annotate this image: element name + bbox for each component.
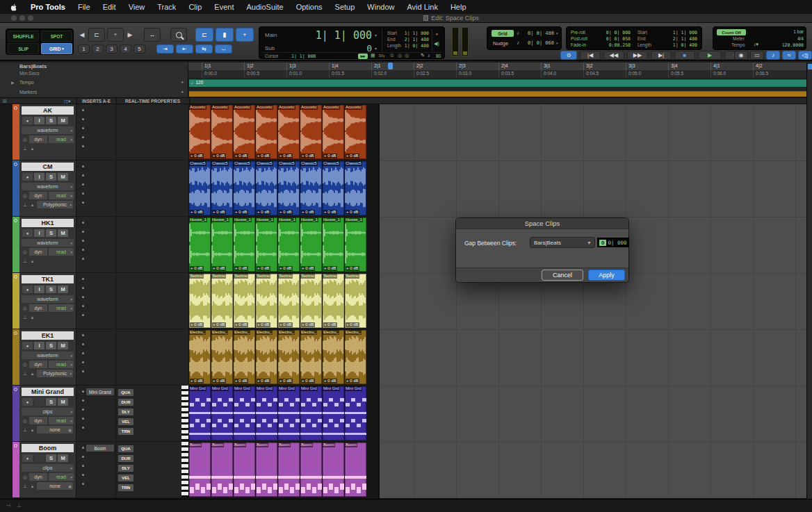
solo-button[interactable]: S [46, 454, 56, 462]
input-monitor-button[interactable]: I [34, 117, 44, 124]
dyn-selector[interactable]: dyn [29, 192, 47, 199]
clip-gain-label[interactable]: + 0 dB [257, 210, 270, 215]
clip-hk1-7[interactable]: House_1+ 0 dB [323, 217, 344, 272]
track-name[interactable]: TK1 [22, 275, 74, 283]
clip-tk1-8[interactable]: Techno+ 0 dB [345, 274, 366, 328]
clip-gain-label[interactable]: + 0 dB [346, 154, 359, 158]
selector-tool-button[interactable]: ▮ [216, 28, 234, 42]
automation-mode-selector[interactable]: read▾ [49, 304, 74, 312]
menu-avid-link[interactable]: Avid Link [407, 3, 437, 11]
grid-mode-button[interactable]: GRID▾ [41, 43, 72, 54]
track-name[interactable]: HK1 [22, 219, 74, 227]
insert-slot[interactable] [82, 474, 84, 476]
insert-slot[interactable] [82, 249, 84, 251]
clip-boom-7[interactable]: Boom [323, 443, 344, 497]
clip-ak-8[interactable]: Acoustic+ 0 dB [345, 105, 366, 159]
insert-slot[interactable] [82, 361, 84, 363]
insert-slot[interactable] [82, 296, 84, 298]
online-button[interactable]: ⊙ [560, 51, 577, 60]
rewind-button[interactable]: ◀◀ [603, 51, 624, 60]
tempo-value[interactable]: 120.0000 [772, 42, 804, 48]
input-monitor-button[interactable]: I [34, 342, 44, 349]
midi-input-button[interactable]: ♪ [766, 51, 780, 60]
clip-gain-label[interactable]: + 0 dB [279, 154, 293, 158]
track-view-selector[interactable]: waveform▾ [22, 295, 74, 303]
automation-mode-selector[interactable]: read▾ [49, 248, 74, 256]
clip-mini-grand-5[interactable]: Mini Grd [278, 386, 300, 440]
tempo-ruler-label[interactable]: Tempo [19, 80, 34, 85]
tempo-disclosure-icon[interactable]: ▶ [11, 80, 15, 85]
clip-gain-label[interactable]: + 0 dB [190, 210, 204, 215]
clip-mini-grand-8[interactable]: Mini Grd [345, 386, 366, 440]
input-monitor-button[interactable]: I [34, 286, 44, 293]
tab-to-transient-button[interactable]: ⇥ [156, 44, 174, 53]
menu-options[interactable]: Options [296, 3, 323, 11]
track-name[interactable]: EK1 [22, 331, 74, 340]
zoom-preset-2-button[interactable]: 2 [92, 44, 104, 53]
tempo-flag[interactable]: ♩120 [191, 80, 203, 85]
rtp-dly-button[interactable]: DLY [118, 465, 133, 472]
insert-slot[interactable] [82, 201, 84, 204]
link-timeline-edit-selection-button[interactable]: ⇆ [195, 44, 213, 53]
menu-window[interactable]: Window [367, 3, 394, 11]
solo-button[interactable]: S [46, 229, 56, 237]
solo-button[interactable]: S [46, 286, 56, 293]
clip-ak-1[interactable]: Acoustic+ 0 dB [189, 105, 211, 159]
input-monitor-button[interactable]: I [34, 173, 44, 181]
rtp-vel-button[interactable]: VEL [118, 418, 133, 425]
fade-in-label[interactable]: Fade-in [571, 42, 586, 47]
go-to-end-button[interactable]: ▶| [651, 51, 672, 60]
solo-button[interactable]: S [46, 342, 56, 349]
insert-slot[interactable] [82, 418, 84, 420]
clip-ak-6[interactable]: Acoustic+ 0 dB [300, 105, 322, 159]
clip-gain-label[interactable]: + 0 dB [346, 266, 359, 271]
clip-gain-label[interactable]: + 0 dB [301, 154, 315, 158]
insert-slot[interactable] [82, 136, 84, 138]
grid-value-label[interactable]: Grid [492, 30, 514, 37]
zoom-window-button[interactable] [28, 15, 33, 21]
track-view-selector[interactable]: waveform▾ [22, 239, 74, 247]
link-track-selection-button[interactable]: ↔ [215, 44, 232, 53]
sub-counter-dropdown-icon[interactable]: ▾ [375, 46, 377, 51]
track-name[interactable]: Boom [22, 444, 74, 452]
clip-ek1-4[interactable]: Electro_+ 0 dB [256, 330, 277, 384]
insert-slot[interactable] [82, 314, 84, 316]
spot-mode-button[interactable]: SPOT [41, 31, 72, 42]
elastic-plugin-selector[interactable]: none▣ [37, 482, 73, 490]
insert-slot[interactable] [82, 427, 84, 429]
clip-cm-5[interactable]: Classic5+ 0 dB [278, 161, 300, 215]
note-small-icon[interactable]: ♪ [428, 53, 430, 58]
clip-tk1-2[interactable]: Techno+ 0 dB [211, 274, 233, 328]
clip-boom-8[interactable]: Boom [345, 443, 366, 497]
elastic-audio-icon[interactable]: ⊥ [22, 315, 28, 320]
insert-slot[interactable] [82, 390, 84, 393]
main-counter-value[interactable]: 1| 1| 000 [287, 29, 372, 42]
record-enable-button[interactable]: ● [22, 398, 33, 406]
sel-end-value[interactable]: 2| 1| 480 [389, 37, 429, 42]
clip-ak-2[interactable]: Acoustic+ 0 dB [211, 105, 233, 159]
tempo-ruler[interactable]: ♩120 [188, 78, 806, 88]
track-color-strip[interactable] [13, 160, 19, 216]
count-off-label[interactable]: Count Off [717, 29, 746, 35]
clip-cm-2[interactable]: Classic5+ 0 dB [211, 161, 233, 215]
insert-slot[interactable] [82, 258, 84, 260]
post-roll-label[interactable]: Post-roll [571, 36, 587, 41]
clip-gain-label[interactable]: + 0 dB [323, 266, 337, 271]
clip-gain-label[interactable]: + 0 dB [234, 210, 248, 215]
zoom-preset-5-button[interactable]: 5 [133, 44, 145, 53]
clip-hk1-2[interactable]: House_1+ 0 dB [211, 217, 233, 272]
menu-edit[interactable]: Edit [103, 3, 116, 11]
scrollbar-thumb[interactable] [808, 64, 812, 69]
meter-value[interactable]: 4/4 [780, 36, 804, 41]
track-view-selector[interactable]: clips▾ [22, 408, 74, 415]
clip-tk1-5[interactable]: Techno+ 0 dB [278, 274, 300, 328]
elastic-plugin-selector[interactable]: Polyphonic▾ [37, 370, 73, 377]
return-to-zero-button[interactable]: |◀ [580, 51, 601, 60]
apply-button[interactable]: Apply [588, 270, 625, 281]
tempo-note-icon[interactable]: ♪▾ [754, 42, 758, 47]
clip-tk1-6[interactable]: Techno+ 0 dB [300, 274, 322, 328]
track-list-icon[interactable]: ⊞ [3, 99, 7, 104]
track-color-strip[interactable] [13, 386, 19, 441]
insert-slot[interactable] [82, 465, 84, 467]
mute-button[interactable]: M [58, 398, 68, 406]
